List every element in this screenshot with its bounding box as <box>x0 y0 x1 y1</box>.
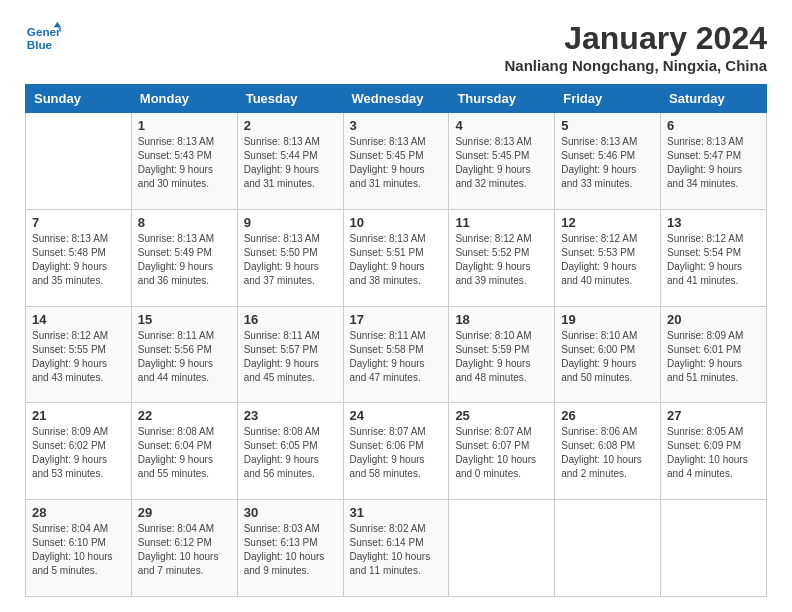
cell-info: Sunrise: 8:12 AM Sunset: 5:54 PM Dayligh… <box>667 232 760 288</box>
cell-day-number: 6 <box>667 118 760 133</box>
cell-day-number: 26 <box>561 408 654 423</box>
cell-info: Sunrise: 8:05 AM Sunset: 6:09 PM Dayligh… <box>667 425 760 481</box>
calendar-cell: 14Sunrise: 8:12 AM Sunset: 5:55 PM Dayli… <box>26 306 132 403</box>
calendar-cell: 9Sunrise: 8:13 AM Sunset: 5:50 PM Daylig… <box>237 209 343 306</box>
cell-info: Sunrise: 8:02 AM Sunset: 6:14 PM Dayligh… <box>350 522 443 578</box>
calendar-cell: 23Sunrise: 8:08 AM Sunset: 6:05 PM Dayli… <box>237 403 343 500</box>
cell-day-number: 20 <box>667 312 760 327</box>
cell-info: Sunrise: 8:13 AM Sunset: 5:46 PM Dayligh… <box>561 135 654 191</box>
cell-day-number: 3 <box>350 118 443 133</box>
cell-info: Sunrise: 8:07 AM Sunset: 6:07 PM Dayligh… <box>455 425 548 481</box>
calendar-header-row: Sunday Monday Tuesday Wednesday Thursday… <box>26 85 767 113</box>
cell-info: Sunrise: 8:13 AM Sunset: 5:48 PM Dayligh… <box>32 232 125 288</box>
cell-day-number: 13 <box>667 215 760 230</box>
cell-info: Sunrise: 8:13 AM Sunset: 5:44 PM Dayligh… <box>244 135 337 191</box>
cell-day-number: 15 <box>138 312 231 327</box>
cell-day-number: 30 <box>244 505 337 520</box>
cell-info: Sunrise: 8:12 AM Sunset: 5:55 PM Dayligh… <box>32 329 125 385</box>
calendar-cell: 5Sunrise: 8:13 AM Sunset: 5:46 PM Daylig… <box>555 113 661 210</box>
cell-info: Sunrise: 8:11 AM Sunset: 5:56 PM Dayligh… <box>138 329 231 385</box>
calendar-cell: 31Sunrise: 8:02 AM Sunset: 6:14 PM Dayli… <box>343 500 449 597</box>
logo-icon: General Blue <box>25 20 61 56</box>
month-title: January 2024 <box>504 20 767 57</box>
calendar-cell: 12Sunrise: 8:12 AM Sunset: 5:53 PM Dayli… <box>555 209 661 306</box>
cell-day-number: 11 <box>455 215 548 230</box>
cell-info: Sunrise: 8:13 AM Sunset: 5:50 PM Dayligh… <box>244 232 337 288</box>
calendar-cell: 11Sunrise: 8:12 AM Sunset: 5:52 PM Dayli… <box>449 209 555 306</box>
cell-day-number: 5 <box>561 118 654 133</box>
cell-info: Sunrise: 8:09 AM Sunset: 6:01 PM Dayligh… <box>667 329 760 385</box>
cell-day-number: 4 <box>455 118 548 133</box>
calendar-cell: 28Sunrise: 8:04 AM Sunset: 6:10 PM Dayli… <box>26 500 132 597</box>
cell-day-number: 7 <box>32 215 125 230</box>
calendar-cell: 25Sunrise: 8:07 AM Sunset: 6:07 PM Dayli… <box>449 403 555 500</box>
cell-day-number: 27 <box>667 408 760 423</box>
cell-info: Sunrise: 8:13 AM Sunset: 5:43 PM Dayligh… <box>138 135 231 191</box>
cell-info: Sunrise: 8:08 AM Sunset: 6:05 PM Dayligh… <box>244 425 337 481</box>
cell-info: Sunrise: 8:11 AM Sunset: 5:57 PM Dayligh… <box>244 329 337 385</box>
cell-day-number: 22 <box>138 408 231 423</box>
col-tuesday: Tuesday <box>237 85 343 113</box>
cell-info: Sunrise: 8:13 AM Sunset: 5:51 PM Dayligh… <box>350 232 443 288</box>
cell-info: Sunrise: 8:10 AM Sunset: 6:00 PM Dayligh… <box>561 329 654 385</box>
calendar-cell: 30Sunrise: 8:03 AM Sunset: 6:13 PM Dayli… <box>237 500 343 597</box>
calendar-cell <box>661 500 767 597</box>
cell-day-number: 8 <box>138 215 231 230</box>
cell-info: Sunrise: 8:04 AM Sunset: 6:12 PM Dayligh… <box>138 522 231 578</box>
calendar-cell: 27Sunrise: 8:05 AM Sunset: 6:09 PM Dayli… <box>661 403 767 500</box>
calendar-cell <box>449 500 555 597</box>
calendar-cell: 6Sunrise: 8:13 AM Sunset: 5:47 PM Daylig… <box>661 113 767 210</box>
calendar-cell: 3Sunrise: 8:13 AM Sunset: 5:45 PM Daylig… <box>343 113 449 210</box>
cell-info: Sunrise: 8:13 AM Sunset: 5:45 PM Dayligh… <box>455 135 548 191</box>
cell-info: Sunrise: 8:13 AM Sunset: 5:45 PM Dayligh… <box>350 135 443 191</box>
cell-day-number: 16 <box>244 312 337 327</box>
calendar-cell: 20Sunrise: 8:09 AM Sunset: 6:01 PM Dayli… <box>661 306 767 403</box>
cell-day-number: 31 <box>350 505 443 520</box>
cell-info: Sunrise: 8:12 AM Sunset: 5:53 PM Dayligh… <box>561 232 654 288</box>
cell-info: Sunrise: 8:13 AM Sunset: 5:47 PM Dayligh… <box>667 135 760 191</box>
cell-info: Sunrise: 8:09 AM Sunset: 6:02 PM Dayligh… <box>32 425 125 481</box>
calendar-week-row-1: 1Sunrise: 8:13 AM Sunset: 5:43 PM Daylig… <box>26 113 767 210</box>
cell-day-number: 23 <box>244 408 337 423</box>
calendar-cell <box>555 500 661 597</box>
header: General Blue January 2024 Nanliang Nongc… <box>25 20 767 74</box>
calendar-page: General Blue January 2024 Nanliang Nongc… <box>0 0 792 612</box>
cell-day-number: 29 <box>138 505 231 520</box>
calendar-cell: 10Sunrise: 8:13 AM Sunset: 5:51 PM Dayli… <box>343 209 449 306</box>
cell-day-number: 24 <box>350 408 443 423</box>
calendar-cell: 4Sunrise: 8:13 AM Sunset: 5:45 PM Daylig… <box>449 113 555 210</box>
col-monday: Monday <box>131 85 237 113</box>
calendar-table: Sunday Monday Tuesday Wednesday Thursday… <box>25 84 767 597</box>
cell-day-number: 9 <box>244 215 337 230</box>
calendar-cell: 22Sunrise: 8:08 AM Sunset: 6:04 PM Dayli… <box>131 403 237 500</box>
calendar-cell: 2Sunrise: 8:13 AM Sunset: 5:44 PM Daylig… <box>237 113 343 210</box>
cell-day-number: 25 <box>455 408 548 423</box>
svg-text:Blue: Blue <box>27 38 53 51</box>
col-sunday: Sunday <box>26 85 132 113</box>
calendar-cell: 16Sunrise: 8:11 AM Sunset: 5:57 PM Dayli… <box>237 306 343 403</box>
calendar-cell: 1Sunrise: 8:13 AM Sunset: 5:43 PM Daylig… <box>131 113 237 210</box>
cell-info: Sunrise: 8:12 AM Sunset: 5:52 PM Dayligh… <box>455 232 548 288</box>
cell-info: Sunrise: 8:08 AM Sunset: 6:04 PM Dayligh… <box>138 425 231 481</box>
cell-day-number: 14 <box>32 312 125 327</box>
cell-day-number: 2 <box>244 118 337 133</box>
col-saturday: Saturday <box>661 85 767 113</box>
cell-day-number: 10 <box>350 215 443 230</box>
calendar-week-row-2: 7Sunrise: 8:13 AM Sunset: 5:48 PM Daylig… <box>26 209 767 306</box>
cell-info: Sunrise: 8:06 AM Sunset: 6:08 PM Dayligh… <box>561 425 654 481</box>
cell-day-number: 1 <box>138 118 231 133</box>
calendar-week-row-4: 21Sunrise: 8:09 AM Sunset: 6:02 PM Dayli… <box>26 403 767 500</box>
cell-day-number: 21 <box>32 408 125 423</box>
col-wednesday: Wednesday <box>343 85 449 113</box>
calendar-cell: 26Sunrise: 8:06 AM Sunset: 6:08 PM Dayli… <box>555 403 661 500</box>
calendar-cell: 17Sunrise: 8:11 AM Sunset: 5:58 PM Dayli… <box>343 306 449 403</box>
location-subtitle: Nanliang Nongchang, Ningxia, China <box>504 57 767 74</box>
calendar-cell <box>26 113 132 210</box>
cell-info: Sunrise: 8:03 AM Sunset: 6:13 PM Dayligh… <box>244 522 337 578</box>
calendar-week-row-3: 14Sunrise: 8:12 AM Sunset: 5:55 PM Dayli… <box>26 306 767 403</box>
cell-info: Sunrise: 8:07 AM Sunset: 6:06 PM Dayligh… <box>350 425 443 481</box>
calendar-week-row-5: 28Sunrise: 8:04 AM Sunset: 6:10 PM Dayli… <box>26 500 767 597</box>
calendar-cell: 15Sunrise: 8:11 AM Sunset: 5:56 PM Dayli… <box>131 306 237 403</box>
cell-info: Sunrise: 8:10 AM Sunset: 5:59 PM Dayligh… <box>455 329 548 385</box>
calendar-cell: 13Sunrise: 8:12 AM Sunset: 5:54 PM Dayli… <box>661 209 767 306</box>
